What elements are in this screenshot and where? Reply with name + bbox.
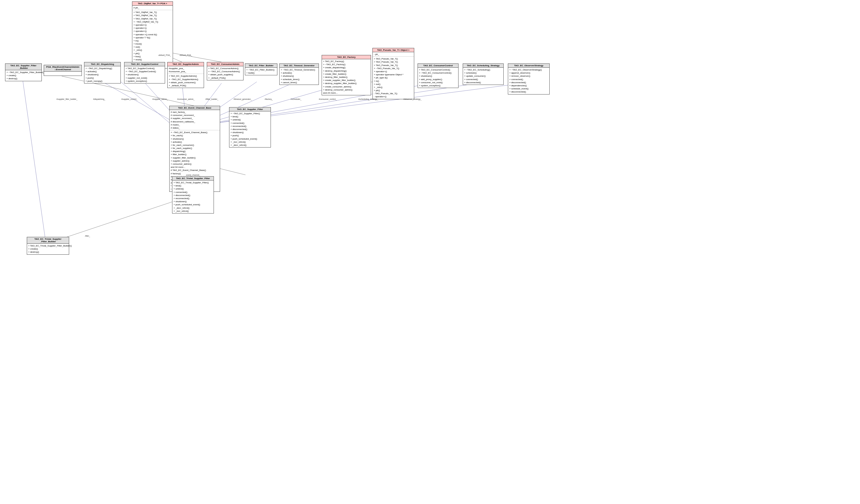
box-attributes: # ptr_ [132, 6, 173, 10]
label-dispatching: #dispatching_ [93, 98, 105, 100]
label-filter: -filter_ [85, 235, 90, 237]
box-title: TAO_EC_SupplierControl [125, 62, 165, 66]
box-title: TAO_EC_Timeout_Generator [280, 64, 318, 68]
label-factory: #factory_ [265, 98, 273, 100]
box-title: TAO_ObjRef_Var_T< POA > [132, 2, 173, 6]
box-attributes: - ptr_ [373, 52, 414, 57]
uml-box-poa-rtac-event-channel: POA_RtacEventChannelAdmin::EventChannel [44, 65, 82, 76]
box-title: TAO_EC_Supplier_Filter_Builder [5, 64, 42, 70]
box-methods: + ~TAO_EC_Supplier_Filter() + bind() + u… [229, 111, 271, 147]
box-attributes: # own_factory_ # consumer_reconnect_ # s… [170, 110, 220, 130]
uml-box-consumer-admin: TAO_EC_ConsumerAdmin + TAO_EC_ConsumerAd… [207, 62, 244, 81]
box-methods: + TAO_EC_Trivial_Supplier_Filter_Builder… [27, 244, 69, 255]
box-title: TAO_EC_Supplier_Filter [229, 107, 271, 111]
label-observer-strategy: #observer_strategy_ [403, 98, 421, 100]
box-methods: + ~TAO_EC_ObserverStrategy() + append_ob… [508, 68, 549, 94]
svg-line-2 [121, 82, 169, 123]
uml-box-dispatching: TAO_EC_Dispatching + ~TAO_EC_Dispatching… [84, 62, 121, 84]
svg-line-15 [23, 79, 46, 244]
box-methods: + TAO_ObjRef_Var_T() + TAO_ObjRef_Var_T(… [132, 10, 173, 68]
box-methods: + ~TAO_EC_Dispatching() + activate() + s… [84, 66, 120, 83]
box-title: TAO_EC_ObserverStrategy [508, 64, 549, 68]
uml-box-ec-factory: TAO_EC_Factory + TAO_EC_Factory() + ~TAO… [322, 55, 371, 95]
label-consumer-control: #consumer_control_ [319, 98, 336, 100]
box-title: TAO_EC_Trivial_Supplier_Filter [172, 176, 214, 181]
box-title: TAO_EC_Dispatching [84, 62, 120, 66]
label-timeout-gen: #timeout_generator_ [234, 98, 252, 100]
box-methods: + TAO_EC_Trivial_Supplier_Filter() + bin… [172, 181, 214, 213]
uml-box-supplier-filter-builder: TAO_EC_Supplier_Filter_Builder + ~TAO_EC… [5, 63, 42, 81]
label-supplier-control: #supplier_control_ [121, 98, 138, 100]
box-methods: + ~TAO_EC_Filter_Builder() + build() [245, 68, 277, 75]
box-methods: + ~TAO_EC_Supplier_Filter_Builder() + cr… [5, 70, 42, 81]
uml-box-trivial-sf-builder: TAO_EC_Trivial_Supplier_Filter_Builder +… [27, 237, 69, 255]
svg-line-9 [209, 85, 341, 123]
box-title: TAO_EC_Event_Channel_Base [170, 106, 220, 110]
label-supplier-admin: #supplier_admin_ [152, 98, 168, 100]
box-methods: + TAO_EC_SupplierAdmin() + ~TAO_EC_Suppl… [168, 74, 204, 88]
uml-box-consumer-control: TAO_EC_ConsumerControl + TAO_EC_Consumer… [418, 63, 459, 88]
box-title: TAO_Pseudo_Var_T< Object > [373, 48, 414, 52]
box-methods: + TAO_EC_SupplierControl() + ~TAO_EC_Sup… [125, 66, 165, 83]
box-methods: + TAO_EC_ConsumerControl() + ~TAO_EC_Con… [418, 68, 458, 88]
uml-box-timeout-generator: TAO_EC_Timeout_Generator + ~TAO_EC_Timeo… [280, 63, 319, 85]
box-title: TAO_EC_ConsumerControl [418, 64, 458, 68]
uml-box-observer-strategy: TAO_EC_ObserverStrategy + ~TAO_EC_Observ… [508, 63, 550, 95]
label-scheduler: #scheduler_ [291, 98, 301, 100]
label-scheduling-strategy: #scheduling_strategy_ [358, 98, 378, 100]
box-methods: + TAO_Pseudo_Var_T() + TAO_Pseudo_Var_T(… [373, 57, 414, 99]
uml-box-scheduling-strategy: TAO_EC_Scheduling_Strategy + ~TAO_EC_Sch… [463, 63, 504, 85]
label-default-poa-2: -default_POA_ [179, 54, 192, 56]
box-title: TAO_EC_Factory [322, 55, 371, 59]
box-title: TAO_EC_Trivial_Supplier_Filter_Builder [27, 237, 69, 244]
uml-box-pseudo-var-object: TAO_Pseudo_Var_T< Object > - ptr_ + TAO_… [372, 48, 414, 99]
uml-box-supplier-admin: TAO_EC_SupplierAdmin #supplier_poa_ #con… [167, 62, 204, 88]
label-default-poa-1: -default_POA_ [158, 54, 171, 56]
box-methods: + TAO_EC_Factory() + ~TAO_EC_Factory() +… [322, 59, 371, 95]
box-title: TAO_EC_SupplierAdmin [168, 62, 204, 66]
label-event-channel: -event_channel_ [186, 174, 200, 176]
label-filter-builder: #filter_builder_ [205, 98, 218, 100]
uml-box-tao-objref-var-poa: TAO_ObjRef_Var_T< POA > # ptr_ + TAO_Obj… [132, 1, 173, 69]
box-title: TAO_EC_ConsumerAdmin [207, 62, 243, 66]
uml-box-trivial-supplier-filter: TAO_EC_Trivial_Supplier_Filter + TAO_EC_… [172, 176, 214, 214]
box-methods: + ~TAO_EC_Timeout_Generator() + activate… [280, 68, 318, 85]
box-methods: + ~TAO_EC_Scheduling() + schedule() + up… [463, 68, 503, 85]
svg-line-3 [102, 82, 175, 123]
uml-box-supplier-filter: TAO_EC_Supplier_Filter + ~TAO_EC_Supplie… [229, 107, 271, 147]
box-title: POA_RtacEventChannelAdmin::EventChannel [44, 65, 82, 72]
label-consumer-admin: #consumer_admin_ [177, 98, 195, 100]
box-methods: + TAO_EC_ConsumerAdmin() + ~TAO_EC_Consu… [207, 66, 243, 80]
label-supplier-filter-builder: #supplier_filter_builder_ [56, 98, 77, 100]
box-title: TAO_EC_Filter_Builder [245, 64, 277, 68]
box-methods [44, 72, 82, 76]
diagram-container: TAO_ObjRef_Var_T< POA > # ptr_ + TAO_Obj… [0, 0, 860, 504]
box-title: TAO_EC_Scheduling_Strategy [463, 64, 503, 68]
box-attributes: #supplier_poa_ #consumer_poa_ [168, 66, 204, 74]
uml-box-filter-builder: TAO_EC_Filter_Builder + ~TAO_EC_Filter_B… [245, 63, 277, 75]
uml-box-supplier-control: TAO_EC_SupplierControl + TAO_EC_Supplier… [124, 62, 165, 84]
